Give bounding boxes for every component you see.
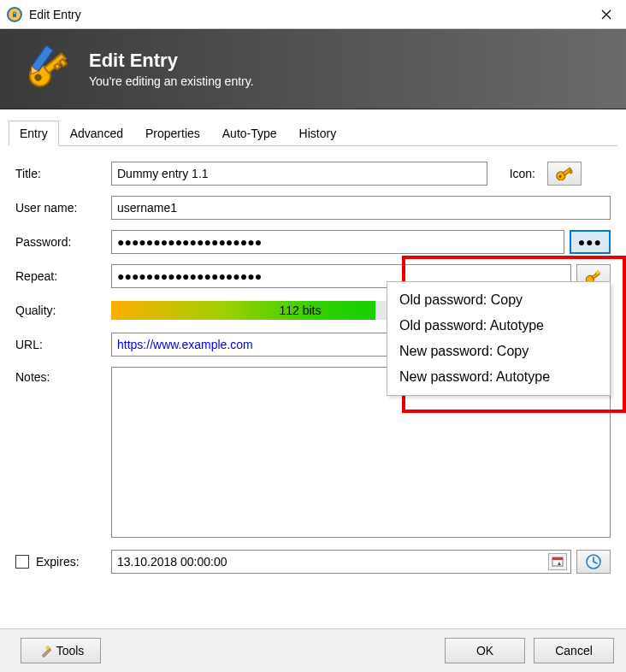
label-notes: Notes:	[15, 367, 111, 384]
tab-entry[interactable]: Entry	[9, 121, 59, 146]
app-icon	[7, 7, 22, 22]
svg-rect-4	[60, 59, 67, 67]
ok-button[interactable]: OK	[445, 638, 525, 663]
dots-icon: ●●●	[578, 235, 602, 249]
svg-rect-17	[552, 557, 563, 560]
cancel-button[interactable]: Cancel	[534, 638, 614, 663]
label-icon: Icon:	[498, 167, 535, 180]
titlebar: Edit Entry	[0, 0, 626, 29]
title-input[interactable]	[111, 162, 487, 186]
banner-title: Edit Entry	[89, 50, 254, 72]
clock-icon	[585, 553, 602, 570]
label-quality: Quality:	[15, 304, 111, 317]
tab-autotype[interactable]: Auto-Type	[211, 121, 288, 146]
label-username: User name:	[15, 201, 111, 215]
menu-old-copy[interactable]: Old password: Copy	[387, 287, 610, 313]
banner-subtitle: You're editing an existing entry.	[89, 74, 254, 88]
tabstrip: Entry Advanced Properties Auto-Type Hist…	[9, 120, 617, 146]
menu-new-copy[interactable]: New password: Copy	[387, 339, 610, 364]
key-edit-icon	[21, 42, 75, 97]
svg-rect-0	[13, 14, 16, 17]
label-password: Password:	[15, 235, 111, 249]
svg-rect-19	[42, 648, 51, 657]
svg-rect-5	[54, 63, 60, 69]
expires-preset-button[interactable]	[576, 550, 611, 574]
calendar-dropdown-icon[interactable]	[548, 553, 567, 570]
close-button[interactable]	[587, 0, 626, 29]
header-banner: Edit Entry You're editing an existing en…	[0, 29, 626, 109]
label-url: URL:	[15, 338, 111, 351]
tab-advanced[interactable]: Advanced	[59, 121, 134, 146]
password-input[interactable]	[111, 230, 564, 254]
tools-button[interactable]: Tools	[21, 638, 101, 663]
dialog-footer: Tools OK Cancel	[0, 628, 626, 672]
label-expires: Expires:	[36, 555, 80, 569]
password-change-menu: Old password: Copy Old password: Autotyp…	[387, 281, 611, 396]
menu-new-autotype[interactable]: New password: Autotype	[387, 364, 610, 390]
expires-checkbox[interactable]	[15, 555, 29, 569]
key-icon	[555, 167, 574, 180]
quality-bits: 112 bits	[279, 304, 321, 317]
label-title: Title:	[15, 167, 111, 180]
icon-picker-button[interactable]	[547, 162, 582, 186]
username-input[interactable]	[111, 196, 611, 220]
window-title: Edit Entry	[29, 8, 587, 21]
menu-old-autotype[interactable]: Old password: Autotype	[387, 313, 610, 339]
expires-datepicker[interactable]: 13.10.2018 00:00:00	[111, 550, 571, 574]
tab-properties[interactable]: Properties	[134, 121, 211, 146]
expires-value: 13.10.2018 00:00:00	[115, 555, 548, 569]
wand-icon	[38, 644, 51, 657]
label-repeat: Repeat:	[15, 269, 111, 283]
tools-label: Tools	[56, 644, 85, 657]
tab-history[interactable]: History	[288, 121, 348, 146]
show-password-button[interactable]: ●●●	[570, 230, 611, 254]
